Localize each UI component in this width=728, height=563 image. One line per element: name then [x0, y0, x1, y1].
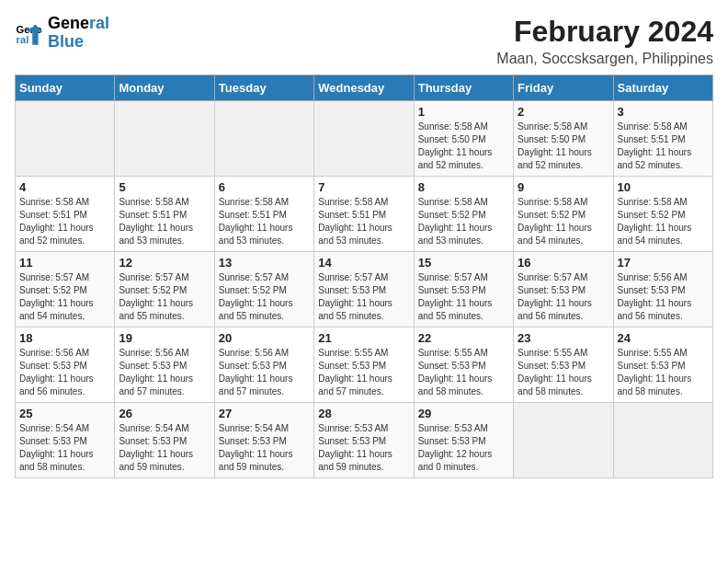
logo-text: General [48, 15, 109, 33]
day-detail: Sunrise: 5:58 AMSunset: 5:52 PMDaylight:… [518, 196, 609, 247]
day-cell [115, 101, 214, 177]
day-cell: 3Sunrise: 5:58 AMSunset: 5:51 PMDaylight… [613, 101, 712, 177]
day-number: 18 [19, 331, 110, 345]
day-cell: 1Sunrise: 5:58 AMSunset: 5:50 PMDaylight… [414, 101, 513, 177]
day-cell: 25Sunrise: 5:54 AMSunset: 5:53 PMDayligh… [16, 403, 115, 478]
day-cell [214, 101, 313, 177]
day-detail: Sunrise: 5:58 AMSunset: 5:51 PMDaylight:… [219, 196, 310, 247]
day-cell [613, 403, 712, 478]
day-cell: 11Sunrise: 5:57 AMSunset: 5:52 PMDayligh… [16, 252, 115, 327]
week-row-3: 11Sunrise: 5:57 AMSunset: 5:52 PMDayligh… [16, 252, 713, 327]
day-cell: 27Sunrise: 5:54 AMSunset: 5:53 PMDayligh… [214, 403, 313, 478]
subtitle: Maan, Soccsksargen, Philippines [496, 51, 713, 67]
main-title: February 2024 [496, 15, 713, 49]
day-cell: 5Sunrise: 5:58 AMSunset: 5:51 PMDaylight… [115, 177, 214, 252]
day-detail: Sunrise: 5:58 AMSunset: 5:50 PMDaylight:… [418, 121, 509, 172]
day-cell: 23Sunrise: 5:55 AMSunset: 5:53 PMDayligh… [514, 327, 613, 403]
day-number: 8 [418, 180, 509, 194]
day-number: 20 [219, 331, 310, 345]
day-detail: Sunrise: 5:58 AMSunset: 5:51 PMDaylight:… [19, 196, 110, 247]
day-cell: 21Sunrise: 5:55 AMSunset: 5:53 PMDayligh… [314, 327, 414, 403]
day-number: 22 [418, 331, 509, 345]
day-detail: Sunrise: 5:54 AMSunset: 5:53 PMDaylight:… [219, 422, 310, 474]
header-tuesday: Tuesday [214, 75, 313, 101]
day-number: 13 [219, 256, 310, 270]
day-detail: Sunrise: 5:54 AMSunset: 5:53 PMDaylight:… [119, 422, 210, 474]
day-number: 10 [618, 180, 709, 194]
day-number: 6 [219, 180, 310, 194]
day-cell: 17Sunrise: 5:56 AMSunset: 5:53 PMDayligh… [613, 252, 712, 327]
day-cell: 29Sunrise: 5:53 AMSunset: 5:53 PMDayligh… [414, 403, 513, 478]
day-detail: Sunrise: 5:55 AMSunset: 5:53 PMDaylight:… [518, 347, 609, 398]
day-detail: Sunrise: 5:56 AMSunset: 5:53 PMDaylight:… [119, 347, 210, 398]
header-saturday: Saturday [613, 75, 712, 101]
day-number: 1 [418, 105, 509, 119]
day-number: 11 [19, 256, 110, 270]
week-row-1: 1Sunrise: 5:58 AMSunset: 5:50 PMDaylight… [16, 101, 713, 177]
title-area: February 2024 Maan, Soccsksargen, Philip… [496, 15, 713, 67]
day-cell [314, 101, 414, 177]
day-cell: 19Sunrise: 5:56 AMSunset: 5:53 PMDayligh… [115, 327, 214, 403]
day-detail: Sunrise: 5:56 AMSunset: 5:53 PMDaylight:… [618, 271, 709, 323]
day-cell: 14Sunrise: 5:57 AMSunset: 5:53 PMDayligh… [314, 252, 414, 327]
day-detail: Sunrise: 5:57 AMSunset: 5:53 PMDaylight:… [318, 271, 409, 323]
day-cell: 28Sunrise: 5:53 AMSunset: 5:53 PMDayligh… [314, 403, 414, 478]
day-detail: Sunrise: 5:57 AMSunset: 5:52 PMDaylight:… [19, 271, 110, 323]
day-number: 26 [119, 407, 210, 420]
day-detail: Sunrise: 5:58 AMSunset: 5:52 PMDaylight:… [418, 196, 509, 247]
day-detail: Sunrise: 5:53 AMSunset: 5:53 PMDaylight:… [318, 422, 409, 474]
day-cell: 12Sunrise: 5:57 AMSunset: 5:52 PMDayligh… [115, 252, 214, 327]
day-detail: Sunrise: 5:58 AMSunset: 5:51 PMDaylight:… [318, 196, 409, 247]
day-number: 25 [19, 407, 110, 420]
day-detail: Sunrise: 5:58 AMSunset: 5:50 PMDaylight:… [518, 121, 609, 172]
day-detail: Sunrise: 5:57 AMSunset: 5:53 PMDaylight:… [418, 271, 509, 323]
day-cell: 18Sunrise: 5:56 AMSunset: 5:53 PMDayligh… [16, 327, 115, 403]
day-number: 4 [19, 180, 110, 194]
calendar-table: SundayMondayTuesdayWednesdayThursdayFrid… [15, 75, 713, 478]
day-number: 21 [318, 331, 409, 345]
day-number: 17 [618, 256, 709, 270]
day-number: 23 [518, 331, 609, 345]
header-thursday: Thursday [414, 75, 513, 101]
day-number: 24 [618, 331, 709, 345]
day-number: 3 [618, 105, 709, 119]
day-cell: 13Sunrise: 5:57 AMSunset: 5:52 PMDayligh… [214, 252, 313, 327]
day-number: 29 [418, 407, 509, 420]
day-detail: Sunrise: 5:58 AMSunset: 5:51 PMDaylight:… [119, 196, 210, 247]
day-cell: 4Sunrise: 5:58 AMSunset: 5:51 PMDaylight… [16, 177, 115, 252]
day-detail: Sunrise: 5:55 AMSunset: 5:53 PMDaylight:… [618, 347, 709, 398]
day-detail: Sunrise: 5:53 AMSunset: 5:53 PMDaylight:… [418, 422, 509, 474]
logo-text2: Blue [48, 33, 109, 52]
day-detail: Sunrise: 5:55 AMSunset: 5:53 PMDaylight:… [418, 347, 509, 398]
week-row-5: 25Sunrise: 5:54 AMSunset: 5:53 PMDayligh… [16, 403, 713, 478]
day-number: 12 [119, 256, 210, 270]
day-number: 5 [119, 180, 210, 194]
day-number: 27 [219, 407, 310, 420]
day-cell [16, 101, 115, 177]
page-header: Gene ral General Blue February 2024 Maan… [15, 15, 713, 67]
day-cell: 26Sunrise: 5:54 AMSunset: 5:53 PMDayligh… [115, 403, 214, 478]
day-detail: Sunrise: 5:57 AMSunset: 5:52 PMDaylight:… [219, 271, 310, 323]
day-detail: Sunrise: 5:55 AMSunset: 5:53 PMDaylight:… [318, 347, 409, 398]
day-cell: 2Sunrise: 5:58 AMSunset: 5:50 PMDaylight… [514, 101, 613, 177]
logo: Gene ral General Blue [15, 15, 109, 52]
day-cell: 20Sunrise: 5:56 AMSunset: 5:53 PMDayligh… [214, 327, 313, 403]
header-friday: Friday [514, 75, 613, 101]
day-number: 16 [518, 256, 609, 270]
header-sunday: Sunday [16, 75, 115, 101]
day-detail: Sunrise: 5:58 AMSunset: 5:51 PMDaylight:… [618, 121, 709, 172]
day-detail: Sunrise: 5:57 AMSunset: 5:53 PMDaylight:… [518, 271, 609, 323]
day-cell: 16Sunrise: 5:57 AMSunset: 5:53 PMDayligh… [514, 252, 613, 327]
day-number: 7 [318, 180, 409, 194]
day-detail: Sunrise: 5:56 AMSunset: 5:53 PMDaylight:… [19, 347, 110, 398]
day-cell [514, 403, 613, 478]
header-row: SundayMondayTuesdayWednesdayThursdayFrid… [16, 75, 713, 101]
header-wednesday: Wednesday [314, 75, 414, 101]
day-cell: 9Sunrise: 5:58 AMSunset: 5:52 PMDaylight… [514, 177, 613, 252]
day-cell: 24Sunrise: 5:55 AMSunset: 5:53 PMDayligh… [613, 327, 712, 403]
day-detail: Sunrise: 5:56 AMSunset: 5:53 PMDaylight:… [219, 347, 310, 398]
day-cell: 22Sunrise: 5:55 AMSunset: 5:53 PMDayligh… [414, 327, 513, 403]
day-cell: 10Sunrise: 5:58 AMSunset: 5:52 PMDayligh… [613, 177, 712, 252]
day-number: 9 [518, 180, 609, 194]
header-monday: Monday [115, 75, 214, 101]
